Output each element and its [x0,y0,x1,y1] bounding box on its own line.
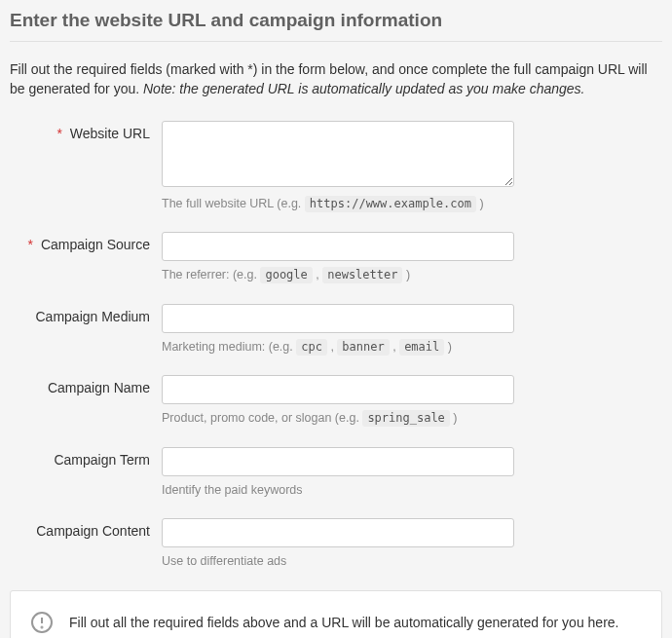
hint-text: , [327,340,337,354]
label-campaign-source: * Campaign Source [25,232,162,252]
hint-text: ) [476,197,484,210]
hint-code: spring_sale [362,410,449,427]
hint-text: , [390,340,399,354]
hint-text: The referrer: (e.g. [162,268,260,281]
campaign-source-input[interactable] [162,232,514,261]
alert-icon [30,611,54,634]
campaign-form: * Website URL The full website URL (e.g.… [10,121,662,571]
website-url-input[interactable] [162,121,514,187]
campaign-medium-input[interactable] [162,304,514,333]
campaign-content-input[interactable] [162,518,514,547]
result-message: Fill out all the required fields above a… [69,615,618,630]
hint-campaign-name: Product, promo code, or slogan (e.g. spr… [162,410,514,428]
instructions-note: Note: the generated URL is automatically… [143,81,584,96]
row-campaign-content: Campaign Content Use to differentiate ad… [25,518,662,571]
hint-website-url: The full website URL (e.g. https://www.e… [162,196,514,213]
label-text: Campaign Medium [36,309,151,324]
hint-text: Product, promo code, or slogan (e.g. [162,411,362,425]
hint-text: Marketing medium: (e.g. [162,340,296,354]
hint-text: The full website URL (e.g. [162,197,305,210]
campaign-term-input[interactable] [162,447,514,476]
svg-point-2 [42,626,43,627]
label-campaign-content: Campaign Content [25,518,162,539]
label-text: Campaign Term [54,452,150,468]
label-text: Campaign Content [36,523,150,539]
label-campaign-medium: Campaign Medium [25,304,162,324]
hint-text: ) [402,268,410,281]
hint-campaign-medium: Marketing medium: (e.g. cpc , banner , e… [162,339,514,357]
hint-code: https://www.example.com [305,196,476,212]
page-title: Enter the website URL and campaign infor… [10,10,662,42]
label-website-url: * Website URL [25,121,162,141]
required-asterisk: * [56,126,61,141]
row-campaign-name: Campaign Name Product, promo code, or sl… [25,375,662,428]
row-campaign-source: * Campaign Source The referrer: (e.g. go… [25,232,662,284]
hint-code: newsletter [322,267,402,283]
hint-code: cpc [296,339,327,356]
hint-campaign-source: The referrer: (e.g. google , newsletter … [162,267,514,284]
hint-code: banner [337,339,389,356]
label-campaign-name: Campaign Name [25,375,162,395]
label-text: Campaign Source [41,237,150,252]
row-website-url: * Website URL The full website URL (e.g.… [25,121,662,213]
row-campaign-term: Campaign Term Identify the paid keywords [25,447,662,500]
label-text: Campaign Name [48,380,150,395]
required-asterisk: * [28,237,33,252]
hint-text: ) [450,411,458,425]
hint-code: email [399,339,444,356]
campaign-name-input[interactable] [162,375,514,404]
label-campaign-term: Campaign Term [25,447,162,468]
hint-text: , [313,268,322,281]
hint-code: google [260,267,312,283]
hint-text: ) [444,340,452,354]
result-box: Fill out all the required fields above a… [10,590,662,638]
row-campaign-medium: Campaign Medium Marketing medium: (e.g. … [25,304,662,357]
label-text: Website URL [70,126,150,141]
hint-campaign-term: Identify the paid keywords [162,482,514,500]
instructions-text: Fill out the required fields (marked wit… [10,59,662,99]
hint-campaign-content: Use to differentiate ads [162,553,514,571]
